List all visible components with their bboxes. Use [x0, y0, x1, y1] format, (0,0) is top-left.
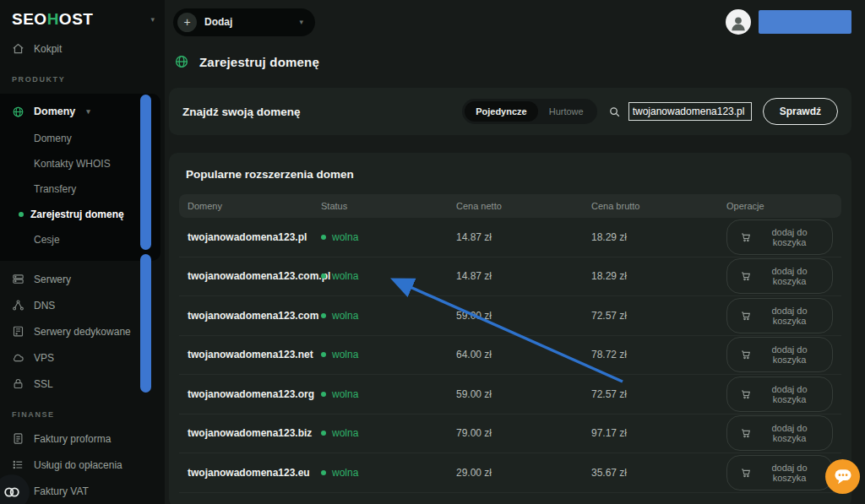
- sidebar-item-kokpit[interactable]: Kokpit: [0, 35, 165, 62]
- row-domain: twojanowadomena123.net: [188, 349, 321, 360]
- table-row: twojanowadomena123.pl wolna 14.87 zł 18.…: [179, 218, 841, 257]
- page-title: Zarejestruj domenę: [199, 55, 319, 69]
- row-status: wolna: [321, 349, 456, 360]
- add-button[interactable]: + Dodaj ▾: [173, 8, 315, 36]
- sidebar-item-domeny-group[interactable]: Domeny ▾: [0, 97, 160, 126]
- row-price-brutto: 78.72 zł: [591, 349, 726, 360]
- column-header-cena-brutto: Cena brutto: [591, 201, 726, 211]
- row-status: wolna: [321, 310, 456, 322]
- status-dot-icon: [321, 470, 326, 475]
- row-domain: twojanowadomena123.biz: [188, 427, 321, 439]
- add-to-cart-label: dodaj do koszyka: [759, 227, 819, 247]
- domain-search-input[interactable]: [628, 102, 752, 121]
- user-avatar[interactable]: [726, 9, 751, 35]
- row-domain: twojanowadomena123.org: [188, 388, 321, 400]
- search-card-title: Znajdź swoją domenę: [182, 106, 451, 118]
- chevron-down-icon[interactable]: ▾: [150, 16, 155, 24]
- sidebar-subitem-kontakty-whois[interactable]: Kontakty WHOIS: [0, 151, 160, 176]
- add-to-cart-label: dodaj do koszyka: [759, 266, 819, 286]
- globe-icon: [174, 54, 189, 69]
- row-price-netto: 79.00 zł: [456, 427, 591, 439]
- lock-icon: [12, 377, 24, 390]
- sidebar-subitem-domeny[interactable]: Domeny: [0, 126, 160, 151]
- sidebar-subitem-zarejestruj-domene[interactable]: Zarejestruj domenę: [0, 202, 160, 227]
- chevron-down-icon: ▾: [86, 108, 90, 116]
- check-domain-button[interactable]: Sprawdź: [763, 98, 838, 125]
- add-to-cart-button[interactable]: dodaj do koszyka: [726, 455, 833, 490]
- status-dot-icon: [321, 352, 326, 357]
- invoice-icon: [12, 432, 24, 445]
- column-header-operacje: Operacje: [726, 201, 833, 211]
- chain-link-icon: [3, 483, 21, 501]
- toggle-pojedyncze[interactable]: Pojedyncze: [465, 101, 538, 122]
- logo-row: SEOHOST ▾: [0, 0, 165, 35]
- add-to-cart-button[interactable]: dodaj do koszyka: [726, 337, 833, 372]
- person-icon: [729, 14, 748, 33]
- row-price-brutto: 35.67 zł: [591, 467, 726, 479]
- domain-search-group: [608, 102, 752, 121]
- row-domain: twojanowadomena123.pl: [188, 231, 321, 243]
- topbar: + Dodaj ▾: [169, 0, 851, 44]
- add-to-cart-button[interactable]: dodaj do koszyka: [726, 415, 833, 451]
- row-operations: dodaj do koszyka: [726, 219, 833, 255]
- cloud-icon: [12, 351, 24, 364]
- sidebar-subitem-cesje[interactable]: Cesje: [0, 227, 160, 252]
- status-dot-icon: [321, 392, 326, 397]
- row-domain: twojanowadomena123.eu: [188, 467, 321, 479]
- sidebar-subitem-transfery[interactable]: Transfery: [0, 176, 160, 202]
- row-price-netto: 14.87 zł: [456, 270, 591, 282]
- add-to-cart-button[interactable]: dodaj do koszyka: [726, 258, 833, 294]
- row-price-netto: 59.00 zł: [456, 388, 591, 400]
- cart-icon: [740, 310, 752, 322]
- row-price-brutto: 97.17 zł: [591, 427, 726, 439]
- row-domain: twojanowadomena123.com.pl: [188, 270, 321, 282]
- table-row: twojanowadomena123.com.pl wolna 14.87 zł…: [179, 257, 841, 297]
- cart-icon: [740, 388, 752, 400]
- toggle-hurtowe[interactable]: Hurtowe: [538, 101, 595, 122]
- row-status-label: wolna: [332, 270, 358, 282]
- row-status-label: wolna: [332, 349, 358, 360]
- sidebar-item-uslugi-do-oplacenia[interactable]: Usługi do opłacenia: [0, 452, 165, 478]
- cart-icon: [740, 467, 752, 479]
- account-button[interactable]: [759, 10, 851, 34]
- cart-icon: [740, 349, 752, 360]
- add-to-cart-label: dodaj do koszyka: [759, 423, 819, 443]
- row-status: wolna: [321, 231, 456, 243]
- status-dot-icon: [321, 313, 326, 318]
- chat-button[interactable]: [825, 459, 860, 494]
- row-price-netto: 64.00 zł: [456, 349, 591, 360]
- popular-extensions-card: Popularne rozszerzenia domen Domeny Stat…: [169, 153, 851, 504]
- row-status: wolna: [321, 467, 456, 479]
- row-status: wolna: [321, 388, 456, 400]
- domain-search-card: Znajdź swoją domenę Pojedyncze Hurtowe S…: [169, 88, 851, 135]
- add-to-cart-button[interactable]: dodaj do koszyka: [726, 298, 833, 333]
- network-icon: [12, 299, 24, 312]
- sidebar-scrollbar-thumb[interactable]: [140, 95, 151, 250]
- dedicated-server-icon: [12, 325, 24, 338]
- row-domain: twojanowadomena123.com: [188, 310, 321, 322]
- main-content: + Dodaj ▾ Zarejestruj domenę Znajdź swoj…: [165, 0, 865, 504]
- row-operations: dodaj do koszyka: [726, 377, 833, 412]
- row-operations: dodaj do koszyka: [726, 298, 833, 333]
- add-to-cart-label: dodaj do koszyka: [759, 306, 819, 326]
- sidebar-item-faktury-proforma[interactable]: Faktury proforma: [0, 425, 165, 452]
- row-price-brutto: 18.29 zł: [591, 270, 726, 282]
- extensions-card-title: Popularne rozszerzenia domen: [179, 165, 841, 194]
- row-price-netto: 59.00 zł: [456, 310, 591, 322]
- cart-icon: [740, 231, 752, 243]
- row-operations: dodaj do koszyka: [726, 455, 833, 490]
- row-price-brutto: 72.57 zł: [591, 388, 726, 400]
- row-status: wolna: [321, 427, 456, 439]
- home-icon: [12, 42, 24, 55]
- add-to-cart-label: dodaj do koszyka: [759, 384, 819, 404]
- seohost-logo[interactable]: SEOHOST: [12, 10, 93, 29]
- server-icon: [12, 273, 24, 285]
- row-status-label: wolna: [332, 467, 358, 479]
- plus-icon: +: [177, 13, 197, 32]
- table-row: twojanowadomena123.net wolna 64.00 zł 78…: [179, 336, 841, 376]
- search-mode-toggle: Pojedyncze Hurtowe: [462, 99, 597, 124]
- row-operations: dodaj do koszyka: [726, 415, 833, 451]
- sidebar-scrollbar-thumb[interactable]: [140, 254, 151, 393]
- add-to-cart-button[interactable]: dodaj do koszyka: [726, 219, 833, 255]
- add-to-cart-button[interactable]: dodaj do koszyka: [726, 377, 833, 412]
